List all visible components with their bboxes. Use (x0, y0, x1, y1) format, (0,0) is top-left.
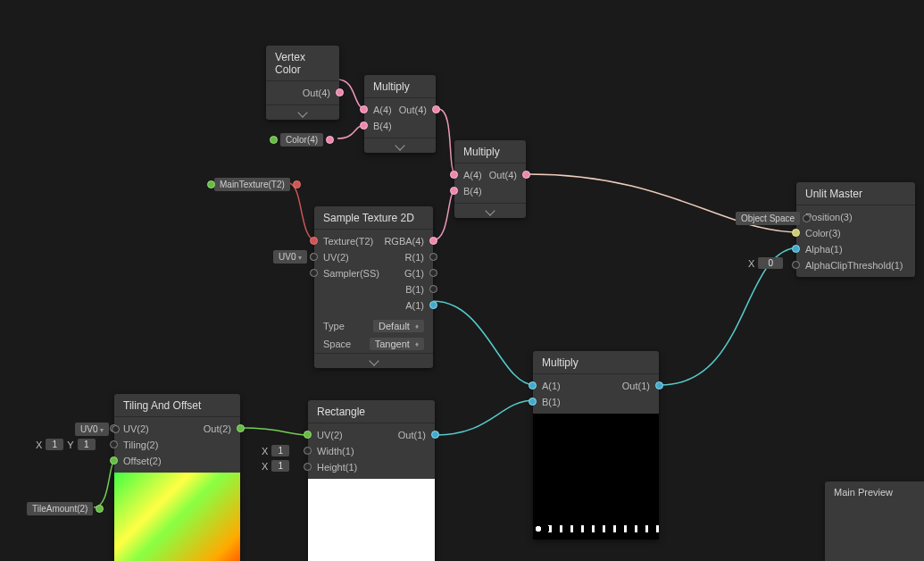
port-b: B(4) (373, 121, 392, 131)
property-tag-tileamount[interactable]: TileAmount(2) (27, 502, 93, 515)
node-unlit-master[interactable]: Unlit Master Position(3) Color(3) Alpha(… (796, 182, 915, 277)
tag-label: Object Space (741, 214, 795, 223)
panel-main-preview[interactable]: Main Preview (825, 481, 924, 561)
port-circle-icon[interactable] (529, 398, 537, 406)
port-circle-icon[interactable] (450, 171, 458, 179)
label-x: X (748, 258, 754, 269)
port-circle-icon[interactable] (655, 381, 663, 389)
chevron-down-icon (395, 140, 404, 150)
input-tiling-y[interactable] (78, 439, 96, 450)
port-out: Out(4) (489, 170, 517, 180)
node-multiply-3[interactable]: Multiply A(1) Out(1) B(1) (533, 351, 659, 540)
collapse-toggle[interactable] (454, 203, 526, 218)
port-circle-icon[interactable] (432, 105, 440, 113)
inline-input-rect-w: X (262, 445, 289, 456)
tag-label: Color(4) (286, 135, 318, 145)
uv-tag-tiling[interactable]: UV0 ▾ (75, 423, 109, 436)
port-circle-icon[interactable] (310, 253, 318, 261)
tag-object-space[interactable]: Object Space (736, 212, 800, 225)
property-tag-maintexture[interactable]: MainTexture(T2) (214, 178, 290, 191)
port-circle-icon[interactable] (792, 245, 800, 253)
node-rectangle[interactable]: Rectangle UV(2) Out(1) Width(1) Height(1… (308, 400, 435, 561)
port-circle-icon[interactable] (96, 505, 104, 513)
port-circle-icon[interactable] (360, 105, 368, 113)
node-title: Rectangle (308, 400, 435, 423)
port-circle-icon[interactable] (450, 187, 458, 195)
port-circle-icon[interactable] (429, 285, 437, 293)
node-vertex-color[interactable]: Vertex Color Out(4) (266, 46, 339, 120)
port-out: Out(1) (398, 430, 426, 440)
port-circle-icon[interactable] (310, 269, 318, 277)
dropdown-arrow-icon: ♦ (415, 322, 419, 331)
port-circle-icon[interactable] (529, 381, 537, 389)
node-tiling-and-offset[interactable]: Tiling And Offset UV(2) Out(2) Tiling(2)… (114, 394, 240, 561)
port-circle-icon[interactable] (429, 301, 437, 309)
input-rect-width[interactable] (271, 445, 289, 456)
port-height: Height(1) (317, 462, 357, 473)
port-circle-icon[interactable] (237, 424, 245, 432)
tag-label: TileAmount(2) (32, 504, 87, 514)
dropdown-space[interactable]: Tangent ♦ (370, 338, 424, 350)
port-circle-icon[interactable] (110, 456, 118, 465)
port-color: Color(3) (805, 228, 841, 239)
port-circle-icon[interactable] (803, 214, 811, 222)
node-multiply-1[interactable]: Multiply A(4) Out(4) B(4) (364, 75, 436, 153)
port-circle-icon[interactable] (336, 88, 344, 96)
tag-label: MainTexture(T2) (220, 180, 285, 189)
collapse-toggle[interactable] (364, 138, 436, 153)
port-texture: Texture(T2) (323, 236, 373, 247)
port-circle-icon[interactable] (522, 171, 530, 179)
port-circle-icon[interactable] (326, 136, 334, 144)
node-title: Tiling And Offset (114, 394, 240, 417)
input-rect-height[interactable] (271, 460, 289, 472)
inline-input-rect-h: X (262, 460, 289, 472)
port-circle-icon[interactable] (431, 431, 439, 439)
port-out: Out(4) (399, 105, 427, 115)
node-title: Sample Texture 2D (314, 206, 433, 230)
port-circle-icon[interactable] (112, 425, 120, 433)
node-preview (114, 473, 240, 561)
dropdown-type[interactable]: Default ♦ (373, 320, 424, 332)
uv-tag-sample[interactable]: UV0 ▾ (273, 250, 307, 264)
collapse-toggle[interactable] (314, 353, 433, 368)
param-space-label: Space (323, 339, 351, 349)
node-preview (308, 479, 435, 561)
chevron-down-icon (369, 356, 379, 365)
port-position: Position(3) (805, 212, 853, 222)
port-circle-icon[interactable] (304, 463, 312, 471)
input-alphaclip-x[interactable] (758, 257, 783, 269)
port-circle-icon[interactable] (360, 121, 368, 130)
input-tiling-x[interactable] (46, 439, 63, 450)
dropdown-arrow-icon: ▾ (100, 426, 104, 434)
property-tag-color[interactable]: Color(4) (280, 133, 323, 147)
tag-label: UV0 (279, 252, 296, 262)
port-circle-icon[interactable] (429, 237, 437, 245)
node-title: Multiply (533, 351, 659, 374)
port-circle-icon[interactable] (304, 447, 312, 455)
port-circle-icon[interactable] (429, 253, 437, 261)
label-x: X (262, 461, 268, 472)
port-uv: UV(2) (323, 252, 349, 263)
dropdown-arrow-icon: ▾ (298, 254, 302, 262)
port-circle-icon[interactable] (792, 261, 800, 269)
port-circle-icon (207, 180, 215, 188)
chevron-down-icon (485, 205, 495, 215)
port-circle-icon[interactable] (792, 229, 800, 237)
node-sample-texture-2d[interactable]: Sample Texture 2D Texture(T2) RGBA(4) UV… (314, 206, 433, 368)
collapse-toggle[interactable] (266, 105, 339, 120)
port-b: B(4) (463, 186, 482, 197)
dropdown-value: Tangent (375, 339, 410, 349)
dropdown-arrow-icon: ♦ (415, 340, 419, 348)
port-circle-icon[interactable] (110, 440, 118, 448)
node-title: Unlit Master (796, 182, 915, 205)
port-rgba: RGBA(4) (384, 236, 424, 247)
port-circle-icon[interactable] (293, 180, 301, 188)
port-circle-icon[interactable] (304, 431, 312, 439)
port-circle-icon[interactable] (310, 237, 318, 245)
node-title: Multiply (364, 75, 436, 98)
port-circle-icon[interactable] (429, 269, 437, 277)
port-offset: Offset(2) (123, 456, 162, 466)
node-multiply-2[interactable]: Multiply A(4) Out(4) B(4) (454, 140, 526, 218)
port-a: A(4) (373, 105, 392, 115)
label-y: Y (67, 440, 73, 450)
